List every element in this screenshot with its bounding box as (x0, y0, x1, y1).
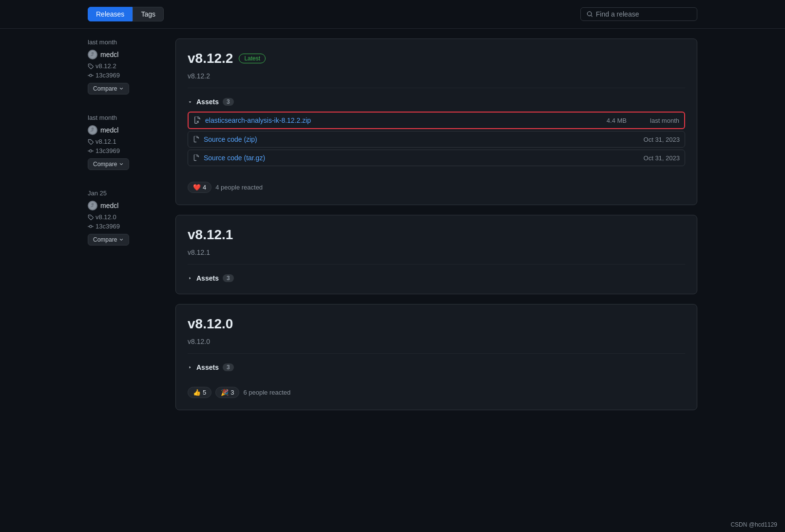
release-title: v8.12.1 (188, 227, 233, 243)
asset-row: elasticsearch-analysis-ik-8.12.2.zip 4.4… (188, 112, 685, 129)
sidebar-date: last month (88, 38, 166, 46)
zip-icon (193, 116, 201, 124)
commit-icon (88, 73, 94, 78)
assets-count: 3 (223, 363, 234, 371)
sidebar-commit-label: 13c3969 (96, 72, 120, 79)
avatar (88, 201, 97, 210)
chevron-down-icon (119, 162, 124, 167)
sidebar-commit: 13c3969 (88, 147, 166, 154)
asset-date: last month (650, 117, 679, 124)
assets-label: Assets (196, 98, 219, 106)
assets-header-collapsed[interactable]: Assets 3 (188, 274, 685, 282)
search-icon (587, 11, 593, 18)
sidebar-commit: 13c3969 (88, 223, 166, 230)
search-input[interactable] (596, 10, 691, 18)
latest-badge: Latest (239, 54, 266, 63)
release-card-v8122: v8.12.2 Latest v8.12.2 Assets 3 elastics… (175, 38, 697, 205)
reaction-button[interactable]: ❤️ 4 (188, 182, 211, 193)
tab-group: Releases Tags (88, 7, 164, 21)
release-header: v8.12.2 Latest (188, 51, 685, 66)
asset-date: Oct 31, 2023 (644, 136, 680, 143)
reaction-button[interactable]: 👍 5 (188, 387, 211, 398)
tag-icon (88, 214, 94, 220)
reactions-bar: 👍 5 🎉 3 6 people reacted (188, 379, 685, 398)
main-content: last month medcl v8.12.2 13c3969 Compare… (0, 29, 785, 430)
sidebar-tag: v8.12.1 (88, 138, 166, 145)
sidebar-commit-label: 13c3969 (96, 223, 120, 230)
sidebar-section-v8120: Jan 25 medcl v8.12.0 13c3969 Compare (88, 190, 166, 246)
sidebar-section-v8122: last month medcl v8.12.2 13c3969 Compare (88, 38, 166, 95)
triangle-right-icon (188, 365, 192, 370)
sidebar-user: medcl (88, 125, 166, 135)
sidebar-commit: 13c3969 (88, 72, 166, 79)
release-subtitle: v8.12.2 (188, 72, 685, 88)
compare-button[interactable]: Compare (88, 83, 129, 95)
sidebar-section-v8121: last month medcl v8.12.1 13c3969 Compare (88, 114, 166, 170)
release-header: v8.12.0 (188, 316, 685, 332)
assets-label: Assets (196, 274, 219, 282)
reactions-bar: ❤️ 4 4 people reacted (188, 174, 685, 193)
sidebar-date: Jan 25 (88, 190, 166, 197)
compare-button[interactable]: Compare (88, 234, 129, 246)
reaction-emoji: 👍 (193, 389, 201, 396)
sidebar-username: medcl (100, 126, 118, 134)
assets-count: 3 (223, 274, 234, 282)
tag-icon (88, 139, 94, 145)
sidebar-commit-label: 13c3969 (96, 147, 120, 154)
sidebar-tag-label: v8.12.1 (96, 138, 116, 145)
reaction-count: 5 (203, 389, 206, 396)
reactions-text: 6 people reacted (243, 389, 290, 396)
compare-label: Compare (93, 85, 117, 92)
release-header: v8.12.1 (188, 227, 685, 243)
sidebar-username: medcl (100, 202, 118, 209)
assets-header[interactable]: Assets 3 (188, 98, 685, 106)
reaction-count: 3 (230, 389, 234, 396)
source-icon (193, 154, 200, 161)
sidebar-date: last month (88, 114, 166, 121)
footer: CSDN @hcd1129 (723, 517, 785, 532)
compare-label: Compare (93, 236, 117, 243)
releases-list: v8.12.2 Latest v8.12.2 Assets 3 elastics… (175, 38, 697, 420)
asset-link[interactable]: Source code (zip) (204, 135, 640, 143)
release-subtitle: v8.12.0 (188, 338, 685, 354)
releases-tab[interactable]: Releases (88, 7, 133, 21)
reaction-button[interactable]: 🎉 3 (215, 387, 239, 398)
reaction-emoji: 🎉 (221, 389, 229, 396)
avatar (88, 125, 97, 135)
tags-tab[interactable]: Tags (133, 7, 164, 21)
release-subtitle: v8.12.1 (188, 248, 685, 265)
sidebar-user: medcl (88, 50, 166, 59)
chevron-down-icon (119, 86, 124, 91)
source-icon (193, 136, 200, 143)
release-card-v8120: v8.12.0 v8.12.0 Assets 3 👍 5 🎉 3 6 peopl… (175, 304, 697, 410)
top-bar: Releases Tags (0, 0, 785, 29)
tag-icon (88, 63, 94, 69)
release-title: v8.12.2 (188, 51, 233, 66)
sidebar-user: medcl (88, 201, 166, 210)
sidebar-username: medcl (100, 51, 118, 58)
avatar (88, 50, 97, 59)
assets-count: 3 (223, 98, 234, 106)
assets-header-collapsed[interactable]: Assets 3 (188, 363, 685, 371)
compare-button[interactable]: Compare (88, 158, 129, 170)
compare-label: Compare (93, 161, 117, 168)
sidebar-tag: v8.12.0 (88, 213, 166, 221)
asset-link[interactable]: Source code (tar.gz) (204, 154, 640, 162)
asset-row: Source code (tar.gz) Oct 31, 2023 (188, 150, 685, 166)
asset-link[interactable]: elasticsearch-analysis-ik-8.12.2.zip (205, 116, 603, 124)
sidebar-tag: v8.12.2 (88, 62, 166, 70)
commit-icon (88, 148, 94, 154)
reaction-count: 4 (203, 184, 206, 191)
release-card-v8121: v8.12.1 v8.12.1 Assets 3 (175, 215, 697, 294)
sidebar-tag-label: v8.12.2 (96, 62, 116, 70)
search-box (580, 7, 697, 21)
chevron-down-icon (119, 237, 124, 242)
sidebar-tag-label: v8.12.0 (96, 213, 116, 221)
triangle-down-icon (188, 99, 192, 104)
reactions-text: 4 people reacted (215, 184, 263, 191)
assets-label: Assets (196, 363, 219, 371)
release-title: v8.12.0 (188, 316, 233, 332)
asset-date: Oct 31, 2023 (644, 154, 680, 162)
asset-size: 4.4 MB (607, 117, 627, 124)
triangle-right-icon (188, 276, 192, 281)
